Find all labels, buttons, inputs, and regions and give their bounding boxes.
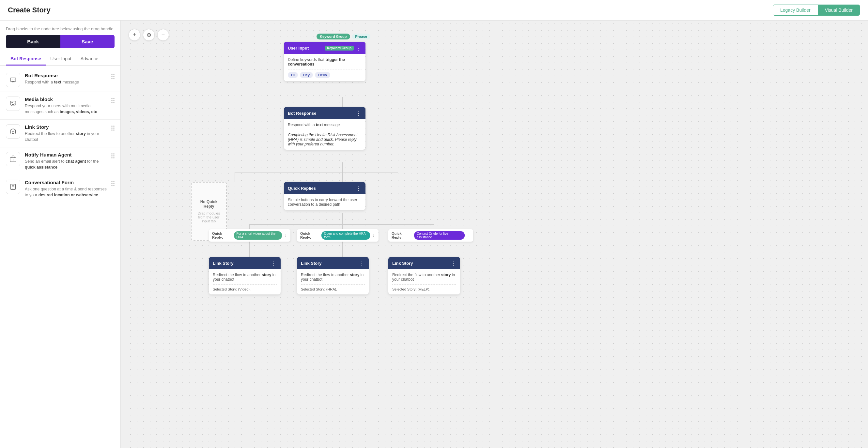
badge-keyword-group: Keyword Group — [316, 34, 350, 39]
notify-human-desc: Send an email alert to chat agent for th… — [25, 159, 107, 170]
link-story-3-desc: Redirect the flow to another story in yo… — [392, 273, 456, 282]
notify-human-drag-handle[interactable] — [111, 152, 115, 159]
page-title: Create Story — [8, 6, 51, 14]
link-story-1-menu[interactable]: ⋮ — [271, 260, 277, 267]
quick-replies-desc: Simple buttons to carry forward the user… — [288, 198, 362, 207]
quick-replies-header: Quick Replies ⋮ — [284, 182, 366, 194]
user-input-menu[interactable]: ⋮ — [356, 44, 362, 51]
bot-response-body: Respond with a text message Completing t… — [284, 119, 366, 150]
floating-badges: Keyword Group Phrase — [316, 34, 370, 39]
user-input-tags: Hi Hey Hello — [288, 72, 362, 78]
sidebar-item-media-block[interactable]: Media block Respond your users with mult… — [0, 92, 120, 120]
link-story-node-1[interactable]: Link Story ⋮ Redirect the flow to anothe… — [209, 257, 281, 295]
zoom-in-button[interactable]: + — [129, 29, 140, 41]
svg-point-2 — [14, 79, 14, 80]
flow-diagram: Keyword Group Phrase User Input Keyword … — [121, 21, 643, 412]
conv-form-content: Conversational Form Ask one question at … — [25, 180, 107, 198]
conv-form-title: Conversational Form — [25, 180, 107, 185]
nqr-title: No Quick Reply — [195, 200, 223, 209]
bot-response-desc: Respond with a text message — [25, 79, 107, 85]
link-story-2-title: Link Story — [301, 261, 322, 266]
builder-toggle: Legacy Builder Visual Builder — [773, 5, 860, 15]
sidebar-item-bot-response[interactable]: Bot Response Respond with a text message — [0, 68, 120, 92]
conv-form-desc: Ask one question at a time & send respon… — [25, 186, 107, 198]
link-story-2-menu[interactable]: ⋮ — [359, 260, 365, 267]
tab-advance[interactable]: Advance — [76, 53, 103, 66]
media-block-icon — [6, 97, 20, 111]
link-story-2-header: Link Story ⋮ — [297, 257, 369, 269]
link-story-3-header: Link Story ⋮ — [388, 257, 460, 269]
media-block-desc: Respond your users with multimedia messa… — [25, 103, 107, 115]
sidebar: Drag blocks to the node tree below using… — [0, 21, 121, 448]
tab-bot-response[interactable]: Bot Response — [6, 53, 46, 66]
bot-response-icon — [6, 73, 20, 87]
nqr-body: Drag modules from the user input tab — [195, 211, 223, 223]
user-input-badge: Keyword Group — [325, 46, 354, 50]
conv-form-drag-handle[interactable] — [111, 180, 115, 186]
bot-response-title: Bot Response — [25, 73, 107, 78]
link-story-desc: Redirect the flow to another story in yo… — [25, 131, 107, 142]
notify-human-content: Notify Human Agent Send an email alert t… — [25, 152, 107, 170]
quick-replies-menu[interactable]: ⋮ — [356, 184, 362, 192]
svg-rect-0 — [10, 78, 16, 81]
save-button[interactable]: Save — [60, 35, 115, 48]
media-block-drag-handle[interactable] — [111, 97, 115, 103]
header: Create Story Legacy Builder Visual Build… — [0, 0, 868, 21]
zoom-fit-button[interactable]: ⊕ — [143, 29, 155, 41]
canvas-toolbar: + ⊕ − — [129, 29, 169, 41]
link-story-1-selected: Selected Story: (Video), — [213, 287, 277, 291]
sidebar-actions: Back Save — [0, 35, 120, 53]
sidebar-item-conv-form[interactable]: Conversational Form Ask one question at … — [0, 175, 120, 203]
quick-replies-node[interactable]: Quick Replies ⋮ Simple buttons to carry … — [284, 182, 366, 210]
link-story-1-body: Redirect the flow to another story in yo… — [209, 269, 281, 295]
sidebar-items: Bot Response Respond with a text message… — [0, 66, 120, 206]
sidebar-item-notify-human[interactable]: Notify Human Agent Send an email alert t… — [0, 147, 120, 175]
media-block-title: Media block — [25, 97, 107, 102]
link-story-1-header: Link Story ⋮ — [209, 257, 281, 269]
notify-human-title: Notify Human Agent — [25, 152, 107, 158]
sidebar-item-link-story[interactable]: Link Story Redirect the flow to another … — [0, 120, 120, 147]
link-story-2-selected: Selected Story: (HRA), — [301, 287, 365, 291]
bot-response-title: Bot Response — [288, 111, 316, 116]
qr-card-3[interactable]: Quick Reply: Contact Ortele for live ass… — [388, 229, 473, 242]
bot-response-drag-handle[interactable] — [111, 73, 115, 79]
qr3-menu[interactable]: ⋮ — [466, 234, 470, 238]
bot-response-content: Bot Response Respond with a text message — [25, 73, 107, 85]
link-story-3-selected: Selected Story: (HELP), — [392, 287, 456, 291]
zoom-out-button[interactable]: − — [157, 29, 169, 41]
link-story-1-title: Link Story — [213, 261, 234, 266]
qr3-value: Contact Ortele for live assistance — [414, 231, 465, 240]
link-story-node-2[interactable]: Link Story ⋮ Redirect the flow to anothe… — [297, 257, 369, 295]
qr1-menu[interactable]: ⋮ — [284, 234, 287, 238]
qr-card-2[interactable]: Quick Reply: Open and complete the HRA f… — [297, 229, 378, 242]
qr2-menu[interactable]: ⋮ — [372, 234, 375, 238]
bot-response-node[interactable]: Bot Response ⋮ Respond with a text messa… — [284, 107, 366, 150]
link-story-node-3[interactable]: Link Story ⋮ Redirect the flow to anothe… — [388, 257, 460, 295]
link-story-3-title: Link Story — [392, 261, 413, 266]
tab-user-input[interactable]: User Input — [46, 53, 76, 66]
bot-response-menu[interactable]: ⋮ — [356, 109, 362, 117]
link-story-title: Link Story — [25, 124, 107, 130]
visual-builder-button[interactable]: Visual Builder — [818, 5, 860, 15]
user-input-node[interactable]: User Input Keyword Group ⋮ Define keywor… — [284, 42, 366, 81]
qr2-value: Open and complete the HRA form — [321, 231, 370, 240]
tag-hey: Hey — [300, 72, 313, 78]
legacy-builder-button[interactable]: Legacy Builder — [773, 5, 818, 15]
user-input-header: User Input Keyword Group ⋮ — [284, 42, 366, 54]
qr1-value: For a short video about the HRA — [234, 231, 282, 240]
user-input-title: User Input — [288, 46, 309, 50]
qr-card-1[interactable]: Quick Reply: For a short video about the… — [209, 229, 290, 242]
bot-response-desc: Respond with a text message — [288, 123, 362, 127]
qr3-label: Quick Reply: — [392, 232, 412, 239]
tag-hi: Hi — [288, 72, 298, 78]
bot-response-header: Bot Response ⋮ — [284, 107, 366, 119]
svg-point-1 — [12, 79, 12, 80]
back-button[interactable]: Back — [6, 35, 60, 48]
link-story-3-menu[interactable]: ⋮ — [450, 260, 456, 267]
sidebar-tabs: Bot Response User Input Advance — [0, 53, 120, 66]
link-story-drag-handle[interactable] — [111, 124, 115, 131]
notify-human-icon — [6, 152, 20, 166]
badge-phrase: Phrase — [352, 34, 371, 39]
flow-canvas[interactable]: + ⊕ − — [121, 21, 868, 448]
link-story-content: Link Story Redirect the flow to another … — [25, 124, 107, 142]
